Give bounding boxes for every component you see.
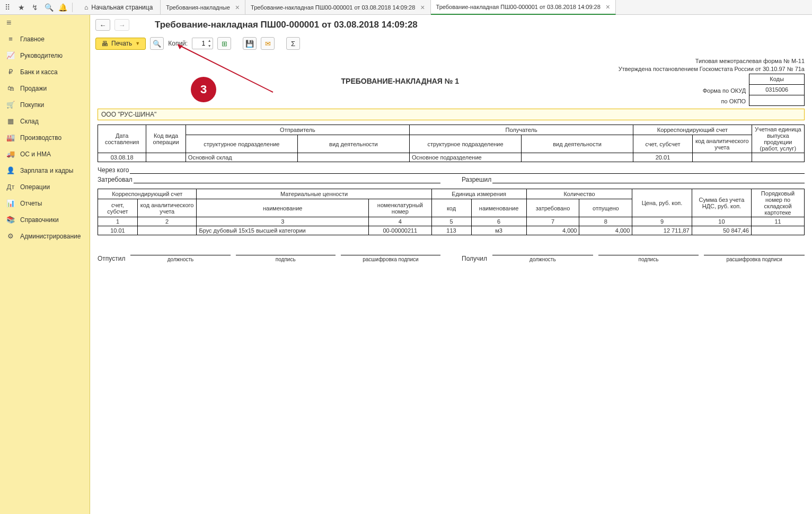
header-table: Дата составления Код вида операции Отпра… bbox=[98, 125, 805, 162]
sidebar-item-2[interactable]: ₽Банк и касса bbox=[0, 64, 90, 80]
sidebar-item-8[interactable]: 👤Зарплата и кадры bbox=[0, 162, 90, 179]
doc-title: ТРЕБОВАНИЕ-НАКЛАДНАЯ № 1 bbox=[98, 74, 703, 85]
tab-item-0[interactable]: Требования-накладные × bbox=[161, 0, 245, 15]
tab-label: Требование-накладная ПШ00-000001 от 03.0… bbox=[251, 4, 415, 11]
print-button[interactable]: 🖶 Печать ▼ bbox=[95, 38, 146, 50]
sidebar-icon: 📚 bbox=[6, 216, 15, 224]
sidebar-item-4[interactable]: 🛒Покупки bbox=[0, 96, 90, 113]
released-label: Отпустил bbox=[98, 255, 125, 262]
dropdown-icon: ▼ bbox=[135, 41, 140, 46]
close-icon[interactable]: × bbox=[606, 3, 610, 11]
sidebar-toggle[interactable]: ≡ bbox=[0, 15, 90, 31]
printer-icon: 🖶 bbox=[101, 40, 108, 48]
sidebar-item-5[interactable]: ▦Склад bbox=[0, 113, 90, 129]
sidebar-icon: 🛒 bbox=[6, 101, 15, 109]
items-table: Корреспондирующий счет Материальные ценн… bbox=[98, 189, 805, 235]
org-name[interactable]: ООО "РУС-ШИНА" bbox=[98, 109, 805, 120]
sidebar-label: Главное bbox=[20, 36, 45, 43]
spin-down[interactable]: ▼ bbox=[206, 43, 213, 49]
sidebar: ≡ ≡Главное📈Руководителю₽Банк и касса🛍Про… bbox=[0, 15, 90, 514]
close-icon[interactable]: × bbox=[235, 3, 240, 12]
sidebar-label: Справочники bbox=[20, 216, 59, 224]
sidebar-label: Банк и касса bbox=[20, 68, 58, 76]
sidebar-item-10[interactable]: 📊Отчеты bbox=[0, 195, 90, 211]
sidebar-label: Руководителю bbox=[20, 52, 63, 59]
sidebar-label: Продажи bbox=[20, 85, 47, 92]
sidebar-icon: ₽ bbox=[6, 68, 15, 76]
sidebar-label: Администрирование bbox=[20, 233, 81, 240]
okud-label: Форма по ОКУД bbox=[703, 85, 746, 96]
sidebar-label: Покупки bbox=[20, 101, 44, 109]
sidebar-icon: 📊 bbox=[6, 199, 15, 207]
forward-button[interactable]: → bbox=[114, 19, 129, 31]
spin-up[interactable]: ▲ bbox=[206, 38, 213, 43]
print-label: Печать bbox=[111, 40, 132, 47]
okud-value: 0315006 bbox=[749, 84, 805, 95]
form-line2: Утверждена постановлением Госкомстата Ро… bbox=[98, 65, 805, 73]
apps-icon[interactable]: ⠿ bbox=[2, 2, 13, 13]
sidebar-item-7[interactable]: 🚚ОС и НМА bbox=[0, 146, 90, 162]
sidebar-icon: 🛍 bbox=[6, 84, 15, 92]
sidebar-icon: Дт bbox=[6, 183, 15, 191]
tab-item-1[interactable]: Требование-накладная ПШ00-000001 от 03.0… bbox=[245, 0, 431, 15]
content-area: ← → Требование-накладная ПШ00-000001 от … bbox=[90, 15, 812, 514]
allowed-label: Разрешил bbox=[462, 176, 491, 183]
back-button[interactable]: ← bbox=[95, 19, 110, 31]
sidebar-item-1[interactable]: 📈Руководителю bbox=[0, 47, 90, 64]
home-icon: ⌂ bbox=[84, 4, 88, 11]
top-toolbar: ⠿ ★ ↯ 🔍 🔔 ⌂ Начальная страница Требовани… bbox=[0, 0, 812, 15]
email-button[interactable]: ✉ bbox=[261, 37, 275, 50]
tabs-row: ⌂ Начальная страница Требования-накладны… bbox=[77, 0, 616, 15]
sidebar-item-12[interactable]: ⚙Администрирование bbox=[0, 228, 90, 244]
tab-label: Требование-накладная ПШ00-000001 от 03.0… bbox=[436, 4, 601, 10]
sidebar-icon: 🏭 bbox=[6, 134, 15, 141]
sidebar-icon: ▦ bbox=[6, 117, 15, 125]
excel-button[interactable]: ⊞ bbox=[217, 37, 231, 50]
sidebar-label: Склад bbox=[20, 118, 39, 125]
tab-item-2[interactable]: Требование-накладная ПШ00-000001 от 03.0… bbox=[431, 0, 616, 15]
sidebar-label: Операции bbox=[20, 183, 50, 191]
copies-label: Копий: bbox=[168, 40, 188, 47]
print-toolbar: 🖶 Печать ▼ 🔍 Копий: ▲ ▼ ⊞ 💾 ✉ bbox=[95, 37, 807, 50]
sidebar-icon: 🚚 bbox=[6, 150, 15, 158]
separator bbox=[72, 3, 73, 12]
sidebar-icon: ≡ bbox=[6, 35, 15, 43]
save-button[interactable]: 💾 bbox=[243, 37, 257, 50]
tab-home-label: Начальная страница bbox=[91, 4, 153, 11]
page-title: Требование-накладная ПШ00-000001 от 03.0… bbox=[155, 20, 418, 30]
bell-icon[interactable]: 🔔 bbox=[57, 2, 68, 13]
sidebar-icon: 📈 bbox=[6, 51, 15, 59]
sidebar-icon: ⚙ bbox=[6, 232, 15, 240]
sidebar-label: Отчеты bbox=[20, 200, 42, 207]
sidebar-item-9[interactable]: ДтОперации bbox=[0, 179, 90, 195]
received-label: Получил bbox=[462, 255, 487, 262]
tab-home[interactable]: ⌂ Начальная страница bbox=[77, 0, 161, 15]
form-line1: Типовая межотраслевая форма № М-11 bbox=[98, 57, 805, 65]
document-area: Типовая межотраслевая форма № М-11 Утвер… bbox=[95, 57, 807, 262]
close-icon[interactable]: × bbox=[420, 3, 425, 12]
sidebar-label: Зарплата и кадры bbox=[20, 167, 73, 174]
sidebar-item-11[interactable]: 📚Справочники bbox=[0, 211, 90, 228]
sidebar-icon: 👤 bbox=[6, 166, 15, 174]
okpo-label: по ОКПО bbox=[703, 96, 746, 107]
star-icon[interactable]: ★ bbox=[16, 2, 27, 13]
sidebar-label: Производство bbox=[20, 134, 61, 141]
sum-button[interactable]: Σ bbox=[286, 37, 300, 50]
sidebar-label: ОС и НМА bbox=[20, 150, 51, 158]
sidebar-item-3[interactable]: 🛍Продажи bbox=[0, 80, 90, 96]
requested-label: Затребовал bbox=[98, 176, 133, 183]
preview-button[interactable]: 🔍 bbox=[150, 37, 164, 50]
through-label: Через кого bbox=[98, 166, 129, 174]
sidebar-item-0[interactable]: ≡Главное bbox=[0, 31, 90, 47]
link-icon[interactable]: ↯ bbox=[30, 2, 40, 13]
sidebar-item-6[interactable]: 🏭Производство bbox=[0, 129, 90, 146]
tab-label: Требования-накладные bbox=[166, 4, 230, 11]
codes-header: Коды bbox=[749, 74, 805, 84]
okpo-value bbox=[749, 95, 805, 105]
search-icon[interactable]: 🔍 bbox=[43, 2, 54, 13]
codes-table: Коды 0315006 bbox=[749, 74, 805, 106]
